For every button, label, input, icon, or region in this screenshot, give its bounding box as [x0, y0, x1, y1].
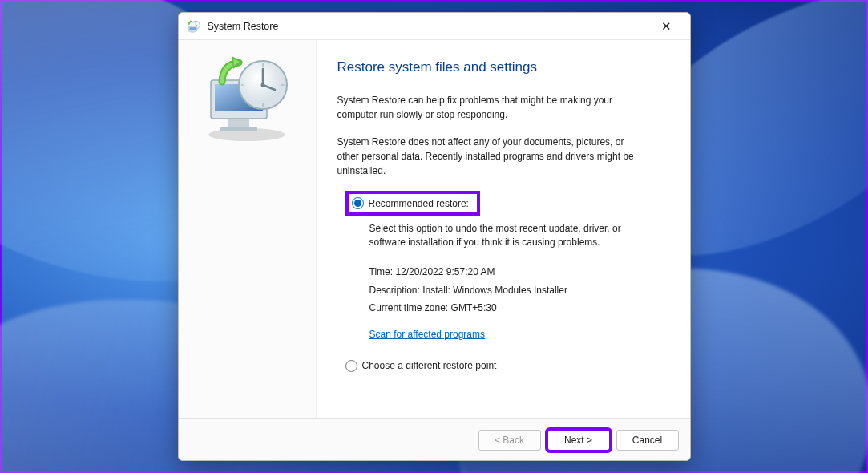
cancel-button[interactable]: Cancel: [616, 430, 679, 451]
different-restore-label: Choose a different restore point: [362, 360, 497, 371]
system-restore-graphic-icon: [195, 55, 299, 143]
intro-paragraph-2: System Restore does not affect any of yo…: [337, 135, 642, 178]
recommended-restore-radio[interactable]: [352, 197, 364, 209]
different-restore-radio-row[interactable]: Choose a different restore point: [345, 360, 668, 372]
svg-rect-6: [191, 31, 195, 33]
recommended-restore-label: Recommended restore:: [369, 198, 469, 209]
system-restore-window: System Restore ✕: [178, 12, 691, 461]
restore-point-details: Time: 12/20/2022 9:57:20 AM Description:…: [369, 263, 668, 344]
detail-time: Time: 12/20/2022 9:57:20 AM: [369, 263, 668, 281]
wizard-footer: < Back Next > Cancel: [179, 418, 690, 460]
window-title: System Restore: [208, 21, 279, 32]
recommended-option-block: Recommended restore: Select this option …: [345, 191, 668, 344]
next-button[interactable]: Next >: [547, 430, 610, 451]
different-option-block: Choose a different restore point: [345, 360, 668, 372]
window-body: Restore system files and settings System…: [179, 40, 690, 418]
svg-marker-3: [190, 20, 192, 22]
page-heading: Restore system files and settings: [337, 59, 668, 75]
recommended-restore-description: Select this option to undo the most rece…: [369, 222, 634, 250]
intro-paragraph-1: System Restore can help fix problems tha…: [337, 93, 642, 122]
recommended-restore-radio-row[interactable]: Recommended restore:: [345, 191, 480, 216]
wizard-content: Restore system files and settings System…: [317, 40, 690, 418]
wizard-sidebar: [179, 40, 317, 418]
svg-rect-12: [220, 127, 257, 131]
different-restore-radio[interactable]: [345, 360, 357, 372]
close-button[interactable]: ✕: [650, 13, 684, 40]
detail-timezone: Current time zone: GMT+5:30: [369, 299, 668, 317]
detail-description: Description: Install: Windows Modules In…: [369, 281, 668, 300]
system-restore-icon: [187, 19, 201, 34]
desktop-background: System Restore ✕: [0, 0, 868, 473]
svg-rect-5: [189, 27, 196, 30]
svg-rect-11: [228, 119, 249, 127]
titlebar: System Restore ✕: [179, 13, 690, 40]
back-button: < Back: [478, 430, 541, 451]
scan-affected-programs-link[interactable]: Scan for affected programs: [369, 325, 486, 344]
